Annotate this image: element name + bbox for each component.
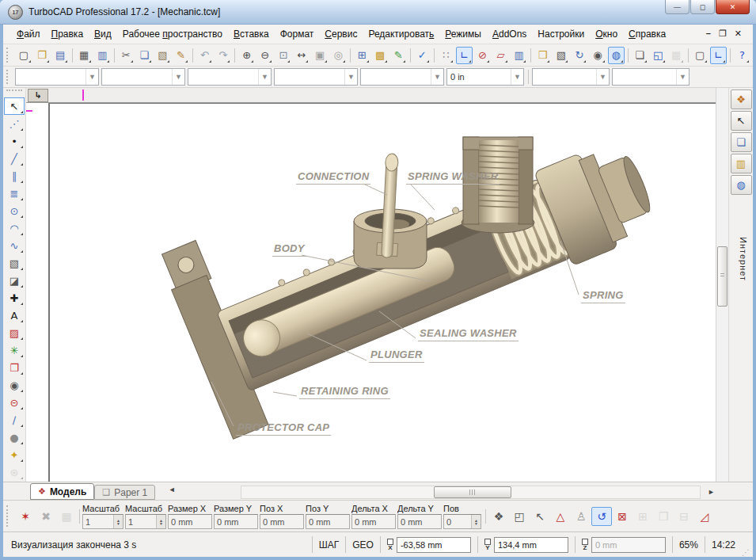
undo-icon[interactable]: ↶ <box>196 47 213 64</box>
drawing-toolbar-grip[interactable] <box>6 90 22 96</box>
property-combo-7[interactable]: ▼ <box>532 68 610 86</box>
menu-insert[interactable]: Вставка <box>228 26 275 42</box>
internet-globe-icon[interactable]: ◍ <box>731 175 752 195</box>
menu-options[interactable]: Настройки <box>532 26 590 42</box>
no-transform-icon[interactable]: ⊠ <box>612 507 633 526</box>
pen-tool-icon[interactable]: ✎ <box>390 47 407 64</box>
line-tool[interactable]: ╱ <box>4 150 25 167</box>
spinner-icon[interactable]: ▲▼ <box>471 515 481 528</box>
camera-3d-icon[interactable]: ▧ <box>553 47 569 64</box>
restore-button[interactable]: ◻ <box>690 0 715 14</box>
property-combo-3[interactable]: ▼ <box>188 68 272 86</box>
solid-3d-tool[interactable]: ◪ <box>4 272 25 289</box>
thickness-combo[interactable]: 0 in▼ <box>446 68 524 86</box>
palette-tool[interactable]: ❖ <box>731 90 752 109</box>
stamp-icon[interactable]: ♙ <box>571 507 591 526</box>
orbit-3d-icon[interactable]: ↻ <box>571 47 587 64</box>
new-view-icon[interactable]: ▢ <box>692 47 709 64</box>
combo-arrow-icon[interactable]: ▼ <box>511 69 523 85</box>
combo-arrow-icon[interactable]: ▼ <box>431 69 443 85</box>
no-snap-icon[interactable]: ⊘ <box>474 47 491 64</box>
context-help-icon[interactable]: ? <box>734 47 750 64</box>
close-button[interactable]: ✕ <box>716 0 750 14</box>
mdi-restore-button[interactable]: ❐ <box>719 29 727 39</box>
combo-arrow-icon[interactable]: ▼ <box>258 69 271 85</box>
redo-icon[interactable]: ↷ <box>215 47 231 64</box>
hscroll-right-arrow-icon[interactable]: ► <box>708 488 715 496</box>
page-setup-icon[interactable]: ◱ <box>650 47 667 64</box>
menu-file[interactable]: Файл <box>11 26 46 42</box>
stretch-mode-icon[interactable]: ❒ <box>653 507 674 526</box>
menu-modify[interactable]: Редактировать <box>363 26 439 42</box>
format-painter-icon[interactable]: ✎ <box>173 47 189 64</box>
combo-arrow-icon[interactable]: ▼ <box>172 69 184 85</box>
save-file-icon[interactable]: ▤ <box>52 47 69 64</box>
combo-arrow-icon[interactable]: ▼ <box>676 69 689 85</box>
ucs-corner-button[interactable]: ↳ <box>28 89 48 102</box>
paste-icon[interactable]: ▧ <box>154 47 171 64</box>
menu-format[interactable]: Формат <box>275 26 320 42</box>
open-file-icon[interactable]: ❐ <box>34 47 51 64</box>
cut-icon[interactable]: ✂ <box>118 47 135 64</box>
zoom-window-icon[interactable]: ⊡ <box>275 47 291 64</box>
menu-workspace[interactable]: Рабочее пространство <box>117 26 228 42</box>
selection-info-icon[interactable]: ▦ <box>56 507 77 526</box>
copy-page-icon[interactable]: ❏ <box>632 47 648 64</box>
title-bar[interactable]: 17 TurboCAD Professional 17.2 - [Mechani… <box>0 0 756 25</box>
tab-scroll-left-icon[interactable]: ◄ <box>166 486 177 493</box>
text-tool[interactable]: A <box>4 307 25 324</box>
drawing-canvas[interactable]: ↳ <box>26 88 716 482</box>
zoom-panel-icon[interactable]: ▣ <box>311 47 328 64</box>
select-tool[interactable]: ↖ <box>4 97 25 115</box>
vertical-scrollbar[interactable] <box>716 88 728 482</box>
new-file-icon[interactable]: ▢ <box>15 47 32 64</box>
combo-arrow-icon[interactable]: ▼ <box>344 69 357 85</box>
tab-paper1[interactable]: ❑ Paper 1 <box>94 485 155 500</box>
y-coord-input[interactable]: 134,4 mm <box>494 537 568 553</box>
cancel-icon[interactable]: ✖ <box>36 507 56 526</box>
box-3d-tool[interactable]: ▧ <box>4 254 25 272</box>
zoom-level[interactable]: 65% <box>672 536 705 554</box>
ucs-axis-icon[interactable]: ∟ <box>456 47 473 64</box>
property-combo-8[interactable]: ▼ <box>612 68 690 86</box>
render-sphere-tool[interactable]: ● <box>4 429 25 446</box>
combo-arrow-icon[interactable]: ▼ <box>85 69 98 85</box>
open-block-icon[interactable]: ❒ <box>534 47 551 64</box>
property-combo-1[interactable]: ▼ <box>15 68 99 86</box>
chart-wizard-icon[interactable]: ▥ <box>511 47 527 64</box>
materials-tool[interactable]: ✦ <box>4 446 25 463</box>
property-combo-5[interactable]: ▼ <box>360 68 444 86</box>
magic-wand-icon[interactable]: ✶ <box>15 507 36 526</box>
warning-icon[interactable]: △ <box>550 507 571 526</box>
x-coord-input[interactable]: -63,58 mm <box>397 537 471 553</box>
skew-mode-icon[interactable]: ⊟ <box>674 507 694 526</box>
workplane-icon[interactable]: ▱ <box>492 47 509 64</box>
menu-window[interactable]: Окно <box>590 26 623 42</box>
dimension-tool[interactable]: ✚ <box>4 289 25 307</box>
circle-tool[interactable]: ⊙ <box>4 202 25 219</box>
menu-edit[interactable]: Правка <box>46 26 89 42</box>
resize-grip[interactable]: ⋰ <box>742 548 753 557</box>
point-tool[interactable]: • <box>4 132 25 150</box>
multiline-tool[interactable]: ≣ <box>4 185 25 202</box>
tab-model[interactable]: ❖ Модель <box>30 483 94 500</box>
print-icon[interactable]: ▦ <box>76 47 93 64</box>
print-preview-icon[interactable]: ▥ <box>94 47 111 64</box>
print-disabled-icon[interactable]: ▦ <box>668 47 685 64</box>
insert-block-icon[interactable]: ⊞ <box>354 47 370 64</box>
property-combo-4[interactable]: ▼ <box>274 68 358 86</box>
menu-addons[interactable]: AddOns <box>487 26 532 42</box>
double-line-tool[interactable]: ∥ <box>4 167 25 185</box>
stats-tool[interactable]: ▥ <box>731 154 752 173</box>
menu-view[interactable]: Вид <box>89 26 117 42</box>
spline-tool[interactable]: ∿ <box>4 237 25 254</box>
combo-arrow-icon[interactable]: ▼ <box>596 69 609 85</box>
snap-modes-tool[interactable]: ✳ <box>4 341 25 359</box>
cube-mode-icon[interactable]: ◰ <box>509 507 530 526</box>
split-tool[interactable]: ∕ <box>4 411 25 429</box>
axis-tool-icon[interactable]: ∟ <box>710 47 727 64</box>
zoom-extents-icon[interactable]: ↔ <box>293 47 310 64</box>
plugins-tool[interactable]: ⊛ <box>4 463 25 481</box>
zoom-in-icon[interactable]: ⊕ <box>238 47 255 64</box>
step-mode-toggle[interactable]: ШАГ <box>312 536 346 554</box>
